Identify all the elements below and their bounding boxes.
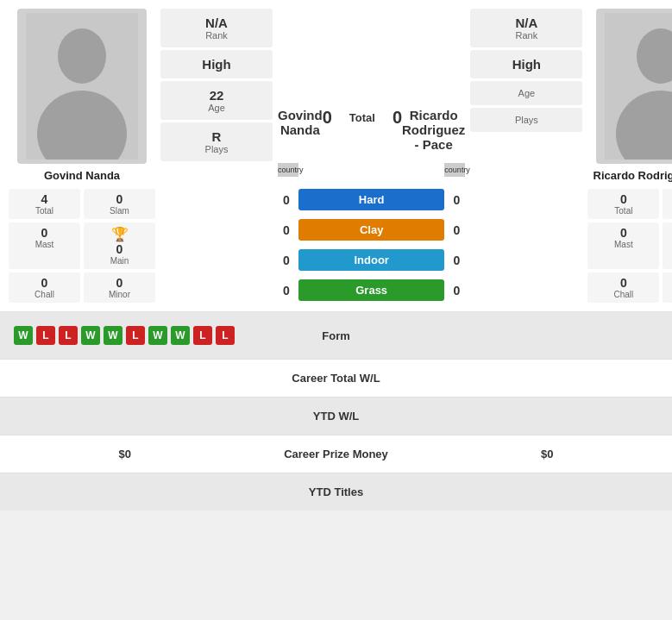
left-age-box: 22 Age (160, 81, 273, 120)
hard-left-score: 0 (278, 193, 295, 207)
left-stat-main: 🏆 0 Main (84, 222, 155, 269)
right-player-stats: 0 Total 0 Slam 0 Mast 🏆 0 Main 0 (587, 189, 672, 303)
total-label: Total (349, 111, 375, 124)
comparison-section: Govind Nanda 4 Total 0 Slam 0 Mast 🏆 0 (0, 0, 672, 311)
right-high-box: High (470, 50, 582, 78)
right-stat-total: 0 Total (587, 189, 659, 219)
right-plays-box: Plays (470, 108, 582, 132)
left-plays-box: R Plays (160, 122, 273, 161)
surface-grass-row: 0 Grass 0 (278, 278, 465, 303)
right-stat-chall: 0 Chall (587, 272, 659, 303)
left-stat-minor: 0 Minor (84, 272, 155, 303)
left-avatar-silhouette (17, 9, 147, 164)
indoor-button: Indoor (298, 249, 444, 271)
prize-money-row: $0 Career Prize Money $0 (0, 435, 672, 473)
left-rank-box: N/A Rank (160, 9, 273, 47)
left-stat-total: 4 Total (9, 189, 80, 219)
form-badges: W L L W W L W W L L (7, 319, 243, 352)
career-total-right (423, 372, 673, 385)
surface-indoor-row: 0 Indoor 0 (278, 247, 465, 272)
left-player-name: Govind Nanda (44, 169, 120, 182)
hard-button: Hard (298, 189, 444, 210)
right-avatar-silhouette (596, 9, 672, 164)
form-badge-5: W (104, 326, 122, 345)
prize-label: Career Prize Money (250, 441, 423, 467)
form-badge-3: L (59, 326, 78, 345)
form-badge-6: L (126, 326, 145, 345)
right-mid-stats: N/A Rank High Age Plays (470, 9, 582, 303)
right-stat-main: 🏆 0 Main (663, 222, 672, 269)
indoor-left-score: 0 (278, 254, 295, 267)
main-container: Govind Nanda 4 Total 0 Slam 0 Mast 🏆 0 (0, 0, 672, 510)
right-age-box: Age (470, 81, 582, 105)
prize-right: $0 (423, 441, 673, 467)
surfaces-center: Govind Nanda 0 Total 0 Ricardo Rodriguez… (278, 9, 465, 303)
form-right (423, 329, 673, 342)
left-player-avatar (17, 9, 147, 164)
left-mid-stats: N/A Rank High 22 Age R Plays (160, 9, 273, 303)
full-comparison: W L L W W L W W L L Form Career Total W/… (0, 311, 672, 510)
career-total-label: Career Total W/L (250, 365, 423, 391)
form-badge-8: W (171, 326, 190, 345)
hard-right-score: 0 (448, 193, 465, 207)
surface-hard-row: 0 Hard 0 (278, 187, 465, 212)
form-badge-7: W (148, 326, 167, 345)
ytd-titles-label: YTD Titles (250, 479, 423, 505)
ytd-wl-label: YTD W/L (250, 403, 423, 429)
grass-button: Grass (298, 279, 444, 301)
form-badge-10: L (216, 326, 235, 345)
career-total-left (0, 372, 250, 385)
svg-point-1 (58, 28, 106, 84)
ytd-wl-left (0, 410, 250, 423)
left-trophy-icon: 🏆 (111, 226, 129, 242)
right-player-avatar (596, 9, 672, 164)
ytd-wl-right (423, 410, 673, 423)
center-total: 0 Total 0 (323, 108, 402, 128)
left-total-score: 0 (323, 108, 332, 128)
left-player-card: Govind Nanda 4 Total 0 Slam 0 Mast 🏆 0 (9, 9, 155, 303)
left-high-box: High (160, 50, 273, 78)
right-stat-minor: 0 Minor (663, 272, 672, 303)
prize-left: $0 (0, 441, 250, 467)
form-badge-2: L (36, 326, 55, 345)
right-rank-box: N/A Rank (470, 9, 582, 47)
form-badge-1: W (14, 326, 33, 345)
ytd-titles-left (0, 485, 250, 499)
right-header-name: Ricardo Rodriguez - Pace (402, 108, 465, 152)
right-player-card: Ricardo Rodriguez - Pace 0 Total 0 Slam … (587, 9, 672, 303)
clay-right-score: 0 (448, 223, 465, 237)
surface-clay-row: 0 Clay 0 (278, 217, 465, 242)
clay-left-score: 0 (278, 223, 295, 237)
right-stat-mast: 0 Mast (587, 222, 659, 269)
form-label: Form (250, 323, 423, 349)
left-stat-slam: 0 Slam (84, 189, 155, 219)
ytd-titles-row: YTD Titles (0, 473, 672, 510)
grass-right-score: 0 (448, 284, 465, 297)
form-badge-9: L (193, 326, 212, 345)
form-badge-4: W (81, 326, 100, 345)
left-country: country (278, 162, 298, 177)
left-header-name: Govind Nanda (278, 108, 323, 137)
right-total-score: 0 (393, 108, 402, 128)
left-stat-mast: 0 Mast (9, 222, 80, 269)
indoor-right-score: 0 (448, 254, 465, 267)
right-player-name: Ricardo Rodriguez - Pace (593, 169, 672, 182)
grass-left-score: 0 (278, 284, 295, 297)
left-stat-chall: 0 Chall (9, 272, 80, 303)
left-player-stats: 4 Total 0 Slam 0 Mast 🏆 0 Main 0 (9, 189, 155, 303)
right-stat-slam: 0 Slam (663, 189, 672, 219)
form-row: W L L W W L W W L L Form (0, 311, 672, 359)
clay-button: Clay (298, 219, 444, 241)
career-total-row: Career Total W/L (0, 359, 672, 397)
right-country: country (444, 162, 465, 177)
ytd-titles-right (423, 485, 673, 499)
form-left: W L L W W L W W L L (0, 312, 250, 359)
ytd-wl-row: YTD W/L (0, 397, 672, 435)
